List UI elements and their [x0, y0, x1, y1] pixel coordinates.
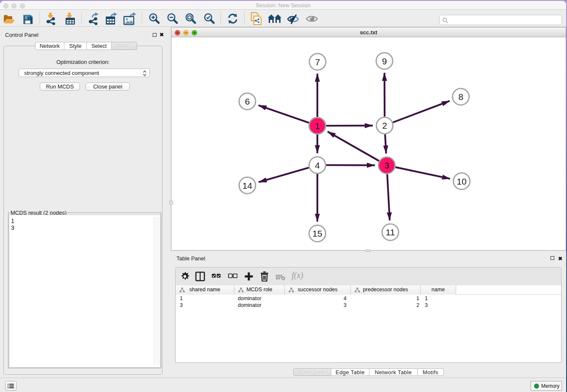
- svg-text:6: 6: [245, 97, 250, 106]
- svg-text:7: 7: [315, 57, 320, 67]
- svg-text:8: 8: [458, 92, 463, 102]
- svg-text:1: 1: [315, 121, 320, 131]
- svg-text:4: 4: [315, 160, 320, 170]
- svg-text:3: 3: [384, 160, 389, 170]
- svg-text:10: 10: [457, 177, 466, 186]
- svg-text:15: 15: [312, 229, 322, 238]
- svg-text:14: 14: [242, 181, 253, 190]
- svg-text:11: 11: [386, 227, 395, 237]
- svg-text:2: 2: [382, 121, 387, 130]
- svg-text:9: 9: [382, 56, 387, 66]
